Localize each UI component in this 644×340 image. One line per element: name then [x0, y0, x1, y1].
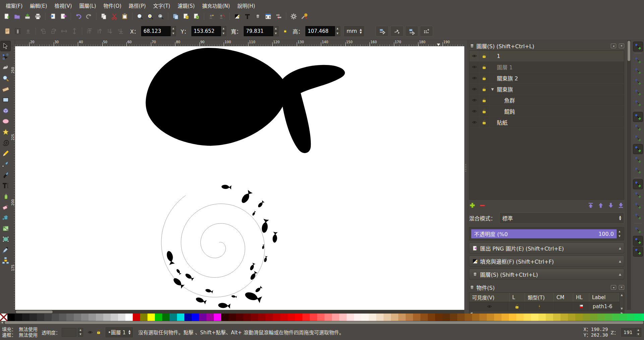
swatch-f5e055[interactable]: [538, 314, 546, 321]
swatch-ffcf45[interactable]: [516, 314, 524, 321]
fill-stroke-indicator[interactable]: 填充： 無法使用 邊框： 無法使用: [0, 327, 40, 338]
swatch-1c1c1c[interactable]: [22, 314, 30, 321]
x-field[interactable]: ▲▼: [141, 26, 176, 36]
swatch-007000[interactable]: [162, 314, 170, 321]
swatch-ff7f7f[interactable]: [325, 314, 332, 321]
rotate-cw-button[interactable]: [49, 26, 58, 36]
swatch-8f5717[interactable]: [465, 314, 472, 321]
menu-2[interactable]: 編輯(E): [26, 1, 51, 10]
objects-vscrollbar[interactable]: ▲▼: [619, 293, 624, 311]
h-spin-down-icon[interactable]: ▼: [335, 31, 340, 36]
small-fish-3[interactable]: [257, 200, 265, 208]
swatch-ff00ff[interactable]: [214, 314, 221, 321]
create-clone-button[interactable]: [181, 12, 191, 21]
rotate-ccw-button[interactable]: [39, 26, 48, 36]
swatch-b9b9b9[interactable]: [103, 314, 111, 321]
new-document-button[interactable]: [2, 12, 11, 21]
tool-dropper[interactable]: [0, 245, 11, 255]
h-spin-up-icon[interactable]: ▲: [335, 26, 340, 31]
x-input[interactable]: [141, 26, 171, 36]
objects-close-icon[interactable]: ✕: [619, 285, 624, 290]
layer-lock-icon[interactable]: [479, 51, 489, 61]
swatch-0cdf60[interactable]: [634, 314, 642, 321]
swatch-78a32b[interactable]: [590, 314, 597, 321]
swatch-ff3f3f[interactable]: [310, 314, 317, 321]
objects-col-2[interactable]: L: [510, 293, 525, 302]
swatch-a80000[interactable]: [266, 314, 273, 321]
tool-rectangle[interactable]: [0, 94, 11, 105]
deselect-button[interactable]: [23, 26, 33, 36]
layer-lock-icon[interactable]: [96, 329, 102, 335]
small-fish-11[interactable]: [255, 286, 262, 293]
lock-ratio-icon[interactable]: [283, 28, 288, 34]
snap-others-toggle[interactable]: [633, 179, 643, 189]
canvas[interactable]: [15, 46, 464, 310]
layer-row-5[interactable]: 魚群: [469, 95, 624, 106]
snap-guide-toggle[interactable]: [633, 247, 643, 257]
unlink-clone-button[interactable]: [192, 12, 201, 21]
y-field[interactable]: ▲▼: [191, 26, 226, 36]
swatch-dc9a2b[interactable]: [494, 314, 502, 321]
layer-visible-icon[interactable]: [469, 117, 479, 128]
height-input[interactable]: [305, 26, 335, 36]
import-button[interactable]: [48, 12, 58, 21]
swatch-b57721[interactable]: [479, 314, 487, 321]
snap-grid-toggle[interactable]: [633, 236, 643, 246]
snap-bbox-midpoint-toggle[interactable]: [633, 87, 643, 97]
menu-10[interactable]: 說明(H): [234, 1, 259, 10]
dock-undock-icon[interactable]: ◂: [611, 44, 616, 48]
select-all-layers-button[interactable]: [13, 26, 22, 36]
swatch-ff5f5f[interactable]: [317, 314, 325, 321]
tool-text[interactable]: [0, 180, 11, 191]
zoom-field[interactable]: 191 ▲▼: [621, 327, 642, 337]
lower-layer-bottom-button[interactable]: [618, 202, 624, 209]
w-spin-up-icon[interactable]: ▲: [273, 26, 279, 31]
layer-visible-icon[interactable]: [469, 84, 479, 94]
affect-stroke-toggle[interactable]: [375, 26, 389, 37]
small-fish-15[interactable]: [205, 288, 213, 293]
small-fish-4[interactable]: [252, 211, 256, 216]
object-label[interactable]: path1-6: [589, 303, 612, 310]
snap-smooth-node-toggle[interactable]: [633, 155, 643, 165]
expand-triangle-icon[interactable]: ▲: [619, 247, 621, 250]
cut-button[interactable]: [110, 12, 119, 21]
swatch-7000a0[interactable]: [199, 314, 207, 321]
objects-col-5[interactable]: HL: [573, 293, 589, 302]
affect-pattern-toggle[interactable]: [420, 26, 433, 37]
unit-select[interactable]: mm ▲▼: [344, 25, 365, 37]
swatch-a56327[interactable]: [413, 314, 420, 321]
swatch-00e0e0[interactable]: [177, 314, 184, 321]
swatch-fc0000[interactable]: [295, 314, 302, 321]
swatch-e6c9a4[interactable]: [384, 314, 391, 321]
w-spin-down-icon[interactable]: ▼: [273, 31, 279, 36]
swatch-none[interactable]: [0, 314, 7, 321]
snap-path-toggle[interactable]: [633, 123, 643, 133]
swatch-bfab2c[interactable]: [561, 314, 568, 321]
small-fish-16[interactable]: [195, 296, 207, 304]
tool-connector[interactable]: [0, 255, 11, 266]
blend-mode-select[interactable]: 標準 ▲▼: [499, 212, 624, 224]
tool-pencil[interactable]: [0, 148, 11, 158]
layer-row-3[interactable]: 關東旗 2: [469, 73, 624, 84]
objects-col-1[interactable]: 可見度(V): [469, 293, 510, 302]
swatch-f0dcc2[interactable]: [376, 314, 384, 321]
opacity-spin-up-icon[interactable]: ▲: [617, 229, 622, 234]
undo-button[interactable]: [74, 12, 83, 21]
swatch-e3cf45[interactable]: [546, 314, 553, 321]
objects-col-4[interactable]: CM: [554, 293, 573, 302]
swatch-1ed556[interactable]: [627, 314, 634, 321]
object-lock-icon[interactable]: [510, 302, 525, 311]
big-fish-shape[interactable]: [146, 48, 345, 153]
small-fish-12[interactable]: [244, 291, 262, 303]
alpha-spin-down-icon[interactable]: ▼: [78, 332, 83, 337]
menu-7[interactable]: 文字(T): [150, 1, 174, 10]
swatch-673004[interactable]: [435, 314, 443, 321]
swatch-0000a0[interactable]: [184, 314, 192, 321]
swatch-969696[interactable]: [89, 314, 96, 321]
vertical-ruler[interactable]: 250225200175: [11, 46, 15, 310]
flip-v-button[interactable]: [70, 26, 79, 36]
swatch-ada022[interactable]: [568, 314, 575, 321]
menu-6[interactable]: 路徑(P): [125, 1, 150, 10]
layer-row-4[interactable]: ▼關東旗: [469, 84, 624, 95]
layer-lock-icon[interactable]: [479, 84, 489, 94]
